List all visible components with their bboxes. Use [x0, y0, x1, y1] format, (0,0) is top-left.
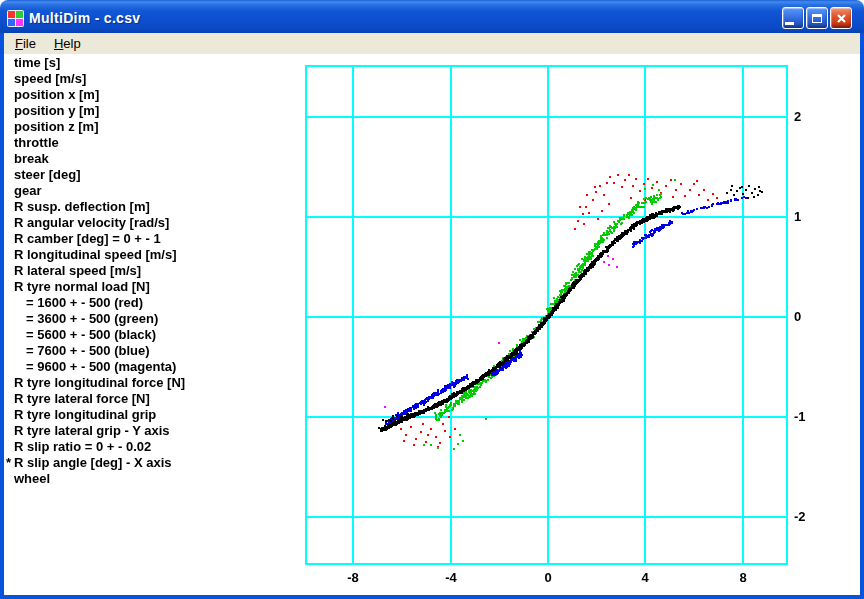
channel-item[interactable]: gear [14, 183, 185, 199]
channel-item-label: R tyre lateral force [N] [14, 391, 150, 406]
channel-item-label: = 5600 + - 500 (black) [26, 327, 156, 342]
x-tick-label: -4 [445, 570, 457, 585]
channel-item-label: R lateral speed [m/s] [14, 263, 141, 278]
channel-item[interactable]: time [s] [14, 55, 185, 71]
x-tick-label: 0 [544, 570, 551, 585]
title-bar[interactable]: MultiDim - c.csv [0, 0, 864, 33]
channel-item[interactable]: wheel [14, 471, 185, 487]
channel-item-label: position x [m] [14, 87, 99, 102]
y-tick-label: 1 [794, 209, 801, 224]
y-tick-label: -2 [794, 509, 806, 524]
channel-item[interactable]: R slip ratio = 0 + - 0.02 [14, 439, 185, 455]
channel-item-label: R tyre lateral grip - Y axis [14, 423, 170, 438]
channel-item[interactable]: = 7600 + - 500 (blue) [14, 343, 185, 359]
minimize-button[interactable] [782, 7, 804, 29]
app-window: MultiDim - c.csv FileHelp time [s]speed … [0, 0, 864, 599]
channel-item-label: R tyre normal load [N] [14, 279, 150, 294]
menubar: FileHelp [4, 33, 860, 54]
channel-item-label: speed [m/s] [14, 71, 86, 86]
channel-item-label: position y [m] [14, 103, 99, 118]
minimize-icon [785, 22, 794, 25]
y-tick-label: 2 [794, 109, 801, 124]
channel-item-label: time [s] [14, 55, 60, 70]
close-button[interactable] [830, 7, 852, 29]
x-tick-label: 8 [739, 570, 746, 585]
x-tick-label: -8 [347, 570, 359, 585]
channel-item[interactable]: position x [m] [14, 87, 185, 103]
maximize-button[interactable] [806, 7, 828, 29]
channel-item-label: R slip angle [deg] - X axis [14, 455, 171, 470]
channel-item-label: throttle [14, 135, 59, 150]
channel-item[interactable]: position y [m] [14, 103, 185, 119]
y-tick-label: 0 [794, 309, 801, 324]
channel-item-label: steer [deg] [14, 167, 80, 182]
channel-item[interactable]: *R slip angle [deg] - X axis [14, 455, 185, 471]
channel-item-label: position z [m] [14, 119, 99, 134]
channel-item[interactable]: = 3600 + - 500 (green) [14, 311, 185, 327]
window-border-right [860, 33, 864, 595]
channel-item[interactable]: R longitudinal speed [m/s] [14, 247, 185, 263]
channel-item[interactable]: R camber [deg] = 0 + - 1 [14, 231, 185, 247]
channel-item[interactable]: R tyre longitudinal force [N] [14, 375, 185, 391]
channel-item-label: R longitudinal speed [m/s] [14, 247, 177, 262]
channel-item-label: = 1600 + - 500 (red) [26, 295, 143, 310]
channel-item[interactable]: break [14, 151, 185, 167]
channel-item[interactable]: R lateral speed [m/s] [14, 263, 185, 279]
channel-item-label: R camber [deg] = 0 + - 1 [14, 231, 161, 246]
channel-item-label: break [14, 151, 49, 166]
client-area: time [s]speed [m/s]position x [m]positio… [4, 54, 860, 595]
channel-item[interactable]: R tyre normal load [N] [14, 279, 185, 295]
channel-item[interactable]: position z [m] [14, 119, 185, 135]
menu-help[interactable]: Help [45, 34, 90, 54]
channel-item[interactable]: = 1600 + - 500 (red) [14, 295, 185, 311]
channel-item-label: = 9600 + - 500 (magenta) [26, 359, 176, 374]
x-tick-label: 4 [641, 570, 648, 585]
window-controls [782, 7, 852, 29]
channel-item-label: R tyre longitudinal force [N] [14, 375, 185, 390]
channel-item[interactable]: R angular velocity [rad/s] [14, 215, 185, 231]
close-icon [836, 13, 847, 24]
channel-item-label: gear [14, 183, 41, 198]
channel-item-label: R tyre longitudinal grip [14, 407, 156, 422]
channel-item[interactable]: R tyre lateral grip - Y axis [14, 423, 185, 439]
channel-item-label: = 3600 + - 500 (green) [26, 311, 158, 326]
channel-item[interactable]: throttle [14, 135, 185, 151]
channel-item[interactable]: speed [m/s] [14, 71, 185, 87]
app-icon[interactable] [7, 10, 24, 27]
menu-file[interactable]: File [6, 34, 45, 54]
channel-item[interactable]: R tyre longitudinal grip [14, 407, 185, 423]
channel-item-label: R susp. deflection [m] [14, 199, 150, 214]
channel-item-label: = 7600 + - 500 (blue) [26, 343, 150, 358]
channel-item[interactable]: steer [deg] [14, 167, 185, 183]
y-tick-label: -1 [794, 409, 806, 424]
selected-x-axis-marker: * [6, 455, 11, 471]
channel-item-label: R angular velocity [rad/s] [14, 215, 169, 230]
channel-item[interactable]: R susp. deflection [m] [14, 199, 185, 215]
window-border-bottom [0, 595, 864, 599]
channel-item-label: wheel [14, 471, 50, 486]
channel-item[interactable]: = 9600 + - 500 (magenta) [14, 359, 185, 375]
channel-item-label: R slip ratio = 0 + - 0.02 [14, 439, 151, 454]
channel-list: time [s]speed [m/s]position x [m]positio… [14, 55, 185, 487]
channel-item[interactable]: = 5600 + - 500 (black) [14, 327, 185, 343]
maximize-icon [812, 14, 822, 23]
channel-item[interactable]: R tyre lateral force [N] [14, 391, 185, 407]
window-title: MultiDim - c.csv [29, 10, 782, 26]
